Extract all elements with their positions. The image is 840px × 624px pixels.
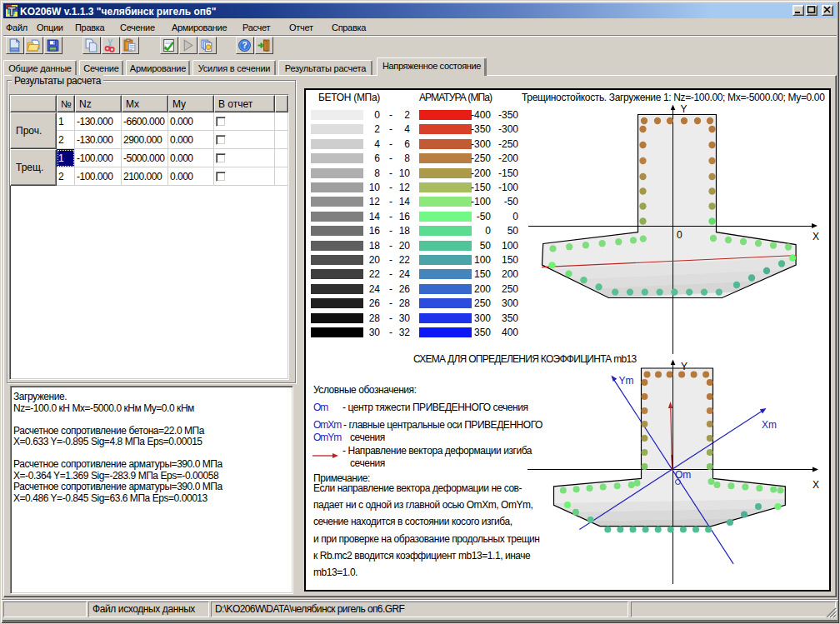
- svg-text:Om: Om: [675, 469, 691, 481]
- svg-text:Xm: Xm: [762, 419, 777, 431]
- svg-text:Y: Y: [681, 361, 688, 372]
- svg-text:Ym: Ym: [619, 375, 634, 387]
- svg-text:X: X: [812, 479, 819, 491]
- svg-text:0: 0: [677, 229, 682, 241]
- svg-text:X: X: [812, 231, 819, 242]
- svg-text:Y: Y: [681, 103, 688, 115]
- svg-text:?: ?: [242, 41, 247, 50]
